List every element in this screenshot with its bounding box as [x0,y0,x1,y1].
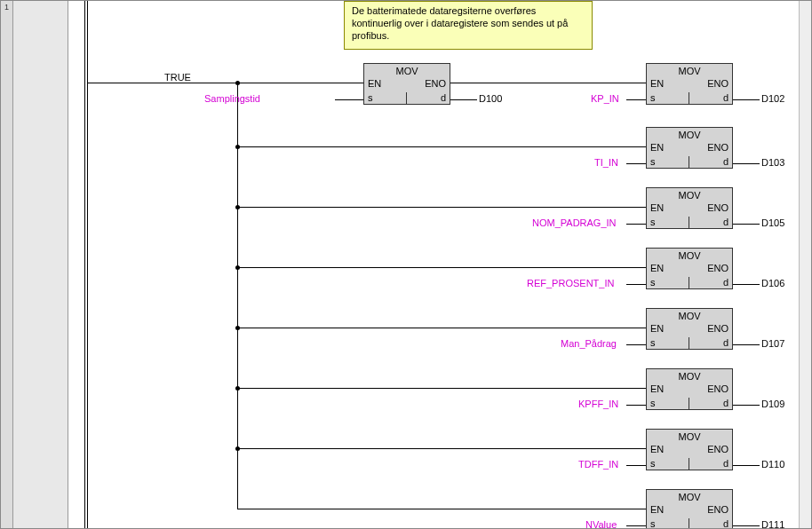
wire [237,448,646,449]
mov-s-label: s [646,217,690,229]
s-input-label: KPFF_IN [578,399,618,409]
mov-title: MOV [647,431,732,442]
mov-en-label: EN [650,323,664,334]
mov-en-label: EN [368,78,381,89]
d-output-label: D106 [761,278,784,288]
mov-en-label: EN [650,142,664,153]
mov-d-label: d [689,92,733,105]
mov-en-label: EN [650,202,664,213]
mov-d-label: d [689,217,733,229]
mov-block-kpff-in[interactable]: MOV EN ENO s d [646,368,733,399]
s-input-label: TI_IN [594,157,618,168]
wire [626,163,646,164]
mov-eno-label: ENO [707,323,728,334]
mov-title: MOV [647,371,732,382]
mov-d-label: d [689,277,733,289]
wire [626,405,646,406]
wire [733,163,760,164]
mov-eno-label: ENO [425,78,446,89]
wire [450,83,566,83]
mov-s-label: s [363,92,408,105]
mov-eno-label: ENO [707,142,728,153]
mov-en-label: EN [650,263,664,273]
power-rail [84,1,88,528]
mov-d-label: d [689,156,733,169]
ruler-pane: 1 [1,1,68,528]
mov-block-tdff-in[interactable]: MOV EN ENO s d [646,429,733,459]
wire [733,465,760,466]
mov-title: MOV [647,130,732,140]
mov-s-label: s [646,518,690,528]
d-output-label: D110 [761,459,784,470]
s-input-label: NValue [585,519,617,528]
wire [335,99,363,100]
mov-s-label: s [646,277,690,289]
s-input-label: KP_IN [591,93,619,104]
wire [626,99,646,100]
true-contact-label: TRUE [164,72,191,83]
s-input-label: NOM_PADRAG_IN [532,217,617,228]
wire [237,328,646,328]
wire [733,99,760,100]
wire [566,83,646,83]
mov-en-label: EN [650,383,664,394]
wire [450,99,477,100]
d-output-label: D105 [761,217,784,228]
mov-block-man-padrag[interactable]: MOV EN ENO s d [646,308,733,338]
mov-d-label: d [406,92,450,105]
wire [733,224,760,225]
mov-s-label: s [646,458,690,470]
wire [733,525,760,526]
mov-block-ref-prosent-in[interactable]: MOV EN ENO s d [646,248,733,278]
network-index-tab[interactable]: 1 [1,1,13,528]
wire [626,525,646,526]
network-comment: De batterimatede dataregsiterne overføre… [344,1,593,50]
mov-s-label: s [646,92,690,105]
s-input-label: TDFF_IN [578,459,618,470]
wire [237,146,646,147]
wire [237,509,646,509]
mov-s-label: s [646,337,690,350]
s-input-label: Samplingstid [204,93,260,104]
d-output-label: D102 [761,93,784,104]
mov-en-label: EN [650,504,664,515]
wire [626,344,646,345]
wire [88,83,363,83]
mov-block-nvalue[interactable]: MOV EN ENO s d [646,489,733,519]
mov-title: MOV [647,492,732,502]
mov-block-ti-in[interactable]: MOV EN ENO s d [646,127,733,157]
wire [626,284,646,285]
mov-block-samplingstid[interactable]: MOV EN ENO s d [363,63,450,93]
mov-title: MOV [647,250,732,261]
mov-s-label: s [646,156,690,169]
mov-en-label: EN [650,78,664,89]
mov-block-kp-in[interactable]: MOV EN ENO s d [646,63,733,93]
vertical-scrollbar[interactable] [799,1,811,528]
mov-title: MOV [647,66,732,76]
wire [237,388,646,389]
mov-en-label: EN [650,444,664,454]
wire [626,224,646,225]
wire [626,465,646,466]
mov-eno-label: ENO [707,263,728,273]
mov-eno-label: ENO [707,78,728,89]
d-output-label: D109 [761,399,784,409]
mov-eno-label: ENO [707,202,728,213]
mov-title: MOV [364,66,450,76]
s-input-label: REF_PROSENT_IN [527,278,614,288]
mov-eno-label: ENO [707,383,728,394]
d-output-label: D107 [761,338,784,349]
ladder-canvas[interactable]: De batterimatede dataregsiterne overføre… [68,1,811,528]
d-output-label: D100 [479,93,502,104]
wire [237,267,646,268]
mov-title: MOV [647,311,732,321]
d-output-label: D111 [761,519,784,528]
mov-block-nom-padrag-in[interactable]: MOV EN ENO s d [646,187,733,217]
app-frame: 1 De batterimatede dataregsiterne overfø… [0,0,812,529]
mov-eno-label: ENO [707,444,728,454]
mov-d-label: d [689,337,733,350]
wire [733,284,760,285]
mov-title: MOV [647,190,732,201]
mov-d-label: d [689,458,733,470]
junction-dot [235,81,240,85]
